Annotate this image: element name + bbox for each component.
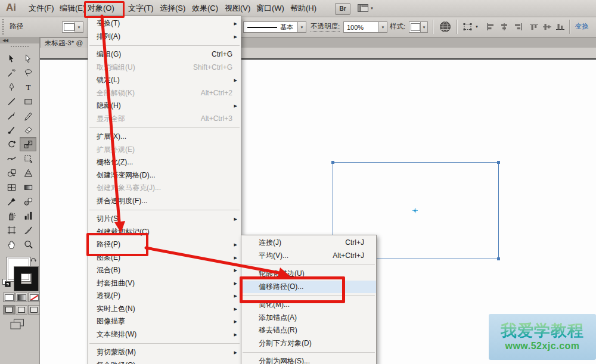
slice-tool[interactable] [20, 223, 36, 237]
screen-mode-button[interactable] [10, 319, 24, 332]
path-submenu-item-average[interactable]: 平均(V)...Alt+Ctrl+J [241, 250, 376, 263]
object-menu: 变换(T)▶排列(A)▶编组(G)Ctrl+G取消编组(U)Shift+Ctrl… [88, 15, 241, 364]
symbol-sprayer-tool[interactable] [3, 209, 20, 223]
swap-fill-stroke-icon[interactable] [30, 254, 37, 265]
object-menu-item-image-trace[interactable]: 图像描摹▶ [88, 315, 241, 328]
menubar-item-select[interactable]: 选择(S) [160, 0, 185, 16]
type-tool[interactable]: T [20, 80, 36, 94]
tools-panel-grip[interactable] [11, 46, 29, 47]
width-profile-select[interactable]: 基本 ▼ [243, 21, 306, 33]
style-swatch[interactable]: ▼ [409, 21, 428, 33]
path-submenu-item-divide-objects-below[interactable]: 分割下方对象(D) [241, 337, 376, 350]
document-tab[interactable]: 未标题-3* @ [40, 38, 92, 48]
column-graph-tool[interactable] [20, 209, 36, 223]
rotate-tool[interactable] [3, 137, 20, 151]
workspace-switcher[interactable]: ▼ [358, 4, 374, 12]
width-tool[interactable] [3, 151, 20, 166]
object-menu-item-envelope-distort[interactable]: 封套扭曲(V)▶ [88, 277, 241, 290]
menubar-item-type[interactable]: 文字(T) [128, 0, 154, 16]
zoom-tool[interactable] [20, 237, 36, 251]
selection-tool[interactable] [3, 51, 20, 66]
opacity-input[interactable]: 100% ▼ [343, 21, 387, 33]
align-horizontal-center-button[interactable] [499, 23, 509, 33]
menubar-item-edit[interactable]: 编辑(E) [60, 0, 85, 16]
color-button[interactable] [3, 293, 15, 302]
menubar-item-help[interactable]: 帮助(H) [290, 0, 316, 16]
selection-handle[interactable] [331, 161, 334, 164]
draw-normal-mode-button[interactable] [3, 305, 15, 315]
menubar-item-file[interactable]: 文件(F) [29, 0, 54, 16]
path-submenu-item-join[interactable]: 连接(J)Ctrl+J [241, 237, 376, 250]
annotation-box-offset-path-item [240, 276, 345, 303]
object-menu-item-rasterize[interactable]: 栅格化(Z)... [88, 156, 241, 169]
object-menu-item-label: 隐藏(H) [97, 101, 121, 110]
object-menu-item-hide[interactable]: 隐藏(H)▶ [88, 99, 241, 113]
magic-wand-tool[interactable] [3, 66, 20, 80]
align-horizontal-left-button[interactable] [486, 23, 495, 33]
align-vertical-bottom-button[interactable] [555, 23, 565, 33]
align-vertical-top-button[interactable] [529, 23, 539, 33]
direct-selection-tool[interactable] [20, 51, 36, 66]
collapse-panel-button[interactable]: ◀◀ [0, 37, 39, 43]
path-submenu-item-split-into-grid[interactable]: 分割为网格(S)... [241, 355, 376, 364]
line-tool[interactable] [3, 94, 20, 108]
blend-tool[interactable] [20, 194, 36, 209]
color-swatch-icon [5, 294, 14, 301]
object-menu-item-compound-path[interactable]: 复合路径(O)▶ [88, 359, 241, 364]
lasso-tool[interactable] [20, 66, 36, 80]
shape-builder-tool[interactable] [3, 166, 20, 180]
none-button[interactable] [28, 293, 40, 302]
submenu-arrow-icon: ▶ [234, 359, 237, 364]
opacity-label[interactable]: 不透明度: [311, 22, 340, 32]
menubar-item-window[interactable]: 窗口(W) [256, 0, 284, 16]
pen-tool[interactable] [3, 80, 20, 94]
hand-tool[interactable] [3, 237, 20, 251]
align-horizontal-right-button[interactable] [513, 23, 523, 33]
object-menu-item-lock[interactable]: 锁定(L)▶ [88, 74, 241, 87]
object-menu-item-clipping-mask[interactable]: 剪切蒙版(M)▶ [88, 346, 241, 359]
draw-inside-mode-button[interactable] [28, 305, 40, 315]
object-menu-separator [89, 45, 240, 46]
path-submenu-item-remove-anchor-points[interactable]: 移去锚点(R) [241, 324, 376, 337]
menubar-item-view[interactable]: 视图(V) [225, 0, 250, 16]
object-menu-item-expand[interactable]: 扩展(X)... [88, 130, 241, 144]
object-menu-item-create-gradient-mesh[interactable]: 创建渐变网格(D)... [88, 169, 241, 182]
align-vertical-center-button[interactable] [542, 23, 552, 33]
transform-link[interactable]: 变换 [575, 22, 589, 31]
gradient-button[interactable] [15, 293, 27, 302]
eraser-tool[interactable] [20, 123, 36, 137]
path-submenu-item-add-anchor-points[interactable]: 添加锚点(A) [241, 312, 376, 325]
rectangle-tool[interactable] [20, 94, 36, 108]
paintbrush-tool[interactable] [3, 108, 20, 123]
selection-handle[interactable] [497, 257, 500, 260]
document-setup-icon[interactable] [439, 21, 451, 35]
object-menu-item-blend[interactable]: 混合(B)▶ [88, 264, 241, 277]
selection-handle[interactable] [497, 161, 500, 164]
object-menu-item-perspective[interactable]: 透视(P)▶ [88, 290, 241, 303]
blob-brush-tool[interactable] [3, 123, 20, 137]
separator [569, 20, 570, 34]
panel-grip[interactable] [2, 19, 4, 35]
path-submenu-item-label: 分割为网格(S)... [259, 357, 310, 364]
bounding-box-icon[interactable]: ▼ [462, 22, 479, 32]
mesh-tool[interactable] [3, 180, 20, 194]
object-menu-item-text-wrap[interactable]: 文本绕排(W)▶ [88, 328, 241, 341]
object-menu-item-live-paint[interactable]: 实时上色(N)▶ [88, 303, 241, 316]
object-menu-item-slice[interactable]: 切片(S)▶ [88, 213, 241, 226]
bridge-button[interactable]: Br [335, 3, 350, 15]
free-transform-tool[interactable] [20, 151, 36, 166]
menubar-item-effect[interactable]: 效果(C) [192, 0, 218, 16]
fill-color-swatch[interactable]: ▼ [62, 21, 83, 33]
scale-tool[interactable] [20, 137, 36, 151]
draw-behind-mode-button[interactable] [15, 305, 27, 315]
perspective-grid-tool[interactable] [20, 166, 36, 180]
object-menu-item-arrange[interactable]: 排列(A)▶ [88, 30, 241, 43]
pencil-tool[interactable] [20, 108, 36, 123]
object-menu-item-group[interactable]: 编组(G)Ctrl+G [88, 48, 241, 61]
object-menu-item-flatten-transparency[interactable]: 拼合透明度(F)... [88, 195, 241, 208]
gradient-tool[interactable] [20, 180, 36, 194]
artboard-tool[interactable] [3, 223, 20, 237]
eyedropper-tool[interactable] [3, 194, 20, 209]
object-menu-item-transform[interactable]: 变换(T)▶ [88, 17, 241, 30]
stroke-color-well[interactable] [14, 267, 38, 291]
